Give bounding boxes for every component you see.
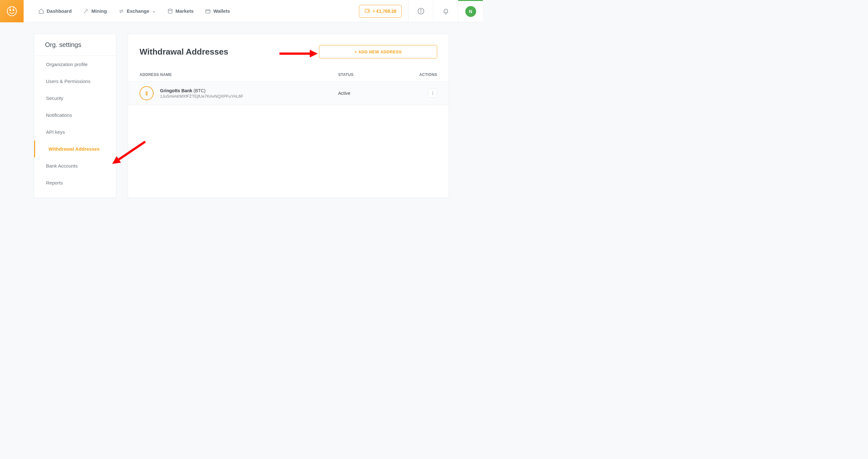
sidebar-item-label: API keys bbox=[46, 129, 65, 135]
address-name-line: Gringotts Bank (BTC) bbox=[160, 88, 338, 93]
sidebar-item-users-permissions[interactable]: Users & Permissions bbox=[34, 73, 116, 90]
content-area: Org. settings Organization profile Users… bbox=[0, 22, 483, 209]
add-new-address-button[interactable]: + ADD NEW ADDRESS bbox=[319, 45, 437, 58]
svg-point-0 bbox=[7, 7, 17, 16]
column-header-status: STATUS bbox=[338, 72, 408, 77]
sidebar-item-bank-accounts[interactable]: Bank Accounts bbox=[34, 157, 116, 174]
exchange-icon bbox=[119, 8, 124, 14]
address-currency: (BTC) bbox=[193, 88, 205, 93]
sidebar-item-reports[interactable]: Reports bbox=[34, 174, 116, 191]
sidebar-item-label: Organization profile bbox=[46, 62, 88, 67]
sidebar-title: Org. settings bbox=[34, 34, 116, 56]
address-value: 1JuSmiAKMXfFZTEjfUe7KAvNQXPFuYAL6F bbox=[160, 94, 338, 99]
settings-sidebar: Org. settings Organization profile Users… bbox=[34, 34, 116, 198]
home-icon bbox=[38, 8, 44, 14]
sidebar-item-label: Security bbox=[46, 95, 63, 101]
markets-icon bbox=[167, 8, 173, 14]
nav-exchange[interactable]: Exchange bbox=[113, 5, 161, 17]
top-navigation: Dashboard Mining Exchange Markets bbox=[0, 0, 483, 22]
main-header: Withdrawal Addresses + ADD NEW ADDRESS bbox=[128, 34, 449, 65]
sidebar-item-withdrawal-addresses[interactable]: Withdrawal Addresses bbox=[34, 140, 116, 157]
nav-markets[interactable]: Markets bbox=[162, 5, 199, 17]
sidebar-item-label: Notifications bbox=[46, 112, 72, 118]
page-title: Withdrawal Addresses bbox=[140, 47, 228, 57]
coin-symbol: ₿ bbox=[146, 91, 148, 96]
balance-value: ≈ €1,768.28 bbox=[373, 9, 396, 14]
main-panel: Withdrawal Addresses + ADD NEW ADDRESS A… bbox=[128, 34, 449, 198]
info-button[interactable] bbox=[408, 0, 433, 22]
sidebar-item-org-profile[interactable]: Organization profile bbox=[34, 56, 116, 73]
sidebar-item-label: Bank Accounts bbox=[46, 163, 78, 168]
bitcoin-icon: ₿ bbox=[140, 86, 154, 100]
svg-rect-6 bbox=[206, 9, 211, 13]
svg-point-14 bbox=[432, 94, 433, 95]
avatar-initial: N bbox=[469, 9, 472, 14]
bell-icon bbox=[442, 8, 449, 15]
nav-label: Dashboard bbox=[46, 8, 71, 14]
table-row: ₿ Gringotts Bank (BTC) 1JuSmiAKMXfFZTEjf… bbox=[128, 82, 449, 105]
sidebar-item-label: Withdrawal Addresses bbox=[49, 146, 100, 152]
address-name: Gringotts Bank bbox=[160, 88, 192, 93]
nav-label: Mining bbox=[91, 8, 107, 14]
wallet-icon bbox=[364, 8, 370, 14]
nav-label: Exchange bbox=[127, 8, 150, 14]
dots-vertical-icon bbox=[431, 91, 435, 95]
logo[interactable] bbox=[0, 0, 24, 22]
nav-label: Wallets bbox=[213, 8, 230, 14]
column-header-name: ADDRESS NAME bbox=[140, 72, 338, 77]
notifications-button[interactable] bbox=[433, 0, 458, 22]
nav-items: Dashboard Mining Exchange Markets bbox=[24, 0, 235, 22]
nav-wallets[interactable]: Wallets bbox=[200, 5, 235, 17]
account-menu[interactable]: N bbox=[458, 0, 483, 22]
sidebar-item-label: Users & Permissions bbox=[46, 78, 90, 84]
svg-point-8 bbox=[368, 10, 369, 11]
svg-point-13 bbox=[432, 93, 433, 94]
svg-point-12 bbox=[432, 92, 433, 92]
sidebar-item-security[interactable]: Security bbox=[34, 90, 116, 107]
column-header-actions: ACTIONS bbox=[408, 72, 437, 77]
avatar[interactable]: N bbox=[465, 6, 476, 17]
row-actions bbox=[408, 89, 437, 98]
wallet-icon bbox=[205, 8, 211, 14]
svg-point-5 bbox=[168, 9, 172, 10]
address-name-block: Gringotts Bank (BTC) 1JuSmiAKMXfFZTEjfUe… bbox=[160, 88, 338, 99]
nav-mining[interactable]: Mining bbox=[78, 5, 112, 17]
svg-point-2 bbox=[13, 9, 14, 10]
nav-dashboard[interactable]: Dashboard bbox=[33, 5, 76, 17]
pickaxe-icon bbox=[83, 8, 89, 14]
sidebar-item-notifications[interactable]: Notifications bbox=[34, 107, 116, 124]
sidebar-item-api-keys[interactable]: API keys bbox=[34, 124, 116, 140]
table-header: ADDRESS NAME STATUS ACTIONS bbox=[128, 65, 449, 82]
svg-point-1 bbox=[9, 9, 10, 10]
address-status: Active bbox=[338, 91, 408, 96]
logo-icon bbox=[6, 6, 17, 17]
info-icon bbox=[417, 8, 425, 15]
nav-label: Markets bbox=[176, 8, 194, 14]
chevron-down-icon bbox=[152, 9, 156, 13]
svg-point-11 bbox=[421, 9, 421, 10]
balance-button[interactable]: ≈ €1,768.28 bbox=[359, 5, 402, 18]
more-actions-button[interactable] bbox=[428, 89, 437, 98]
sidebar-item-label: Reports bbox=[46, 180, 63, 186]
